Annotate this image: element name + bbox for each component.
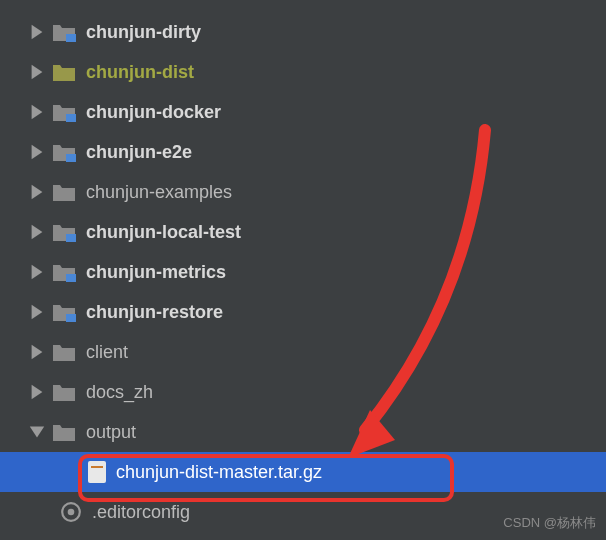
- dist-folder-icon: [52, 62, 76, 82]
- svg-rect-0: [66, 34, 76, 42]
- svg-point-7: [68, 509, 75, 516]
- tree-item-label: chunjun-docker: [86, 102, 221, 123]
- chevron-right-icon: [28, 183, 46, 201]
- tree-item-output[interactable]: output: [0, 412, 606, 452]
- chevron-right-icon: [28, 143, 46, 161]
- folder-icon: [52, 182, 76, 202]
- chevron-right-icon: [28, 63, 46, 81]
- tree-item-label: chunjun-dirty: [86, 22, 201, 43]
- tree-item-label: chunjun-e2e: [86, 142, 192, 163]
- module-folder-icon: [52, 142, 76, 162]
- tree-item-label: chunjun-dist: [86, 62, 194, 83]
- chevron-right-icon: [28, 263, 46, 281]
- watermark: CSDN @杨林伟: [503, 514, 596, 532]
- tree-item-label: chunjun-metrics: [86, 262, 226, 283]
- svg-rect-1: [66, 114, 76, 122]
- chevron-down-icon: [28, 423, 46, 441]
- chevron-right-icon: [28, 383, 46, 401]
- chevron-right-icon: [28, 343, 46, 361]
- file-tree: chunjun-dirty chunjun-dist chunjun-docke…: [0, 0, 606, 532]
- tree-item-chunjun-dist[interactable]: chunjun-dist: [0, 52, 606, 92]
- module-folder-icon: [52, 262, 76, 282]
- tree-item-label: chunjun-dist-master.tar.gz: [116, 462, 322, 483]
- chevron-right-icon: [28, 303, 46, 321]
- svg-rect-3: [66, 234, 76, 242]
- chevron-right-icon: [28, 223, 46, 241]
- archive-file-icon: [88, 461, 106, 483]
- tree-item-label: chunjun-local-test: [86, 222, 241, 243]
- tree-item-label: docs_zh: [86, 382, 153, 403]
- tree-item-label: chunjun-restore: [86, 302, 223, 323]
- tree-item-chunjun-dirty[interactable]: chunjun-dirty: [0, 12, 606, 52]
- tree-item-client[interactable]: client: [0, 332, 606, 372]
- tree-item-selected-file[interactable]: chunjun-dist-master.tar.gz: [0, 452, 606, 492]
- tree-item-label: chunjun-examples: [86, 182, 232, 203]
- tree-item-label: client: [86, 342, 128, 363]
- svg-rect-2: [66, 154, 76, 162]
- tree-item-chunjun-docker[interactable]: chunjun-docker: [0, 92, 606, 132]
- tree-item-label: output: [86, 422, 136, 443]
- chevron-right-icon: [28, 23, 46, 41]
- module-folder-icon: [52, 302, 76, 322]
- chevron-right-icon: [28, 103, 46, 121]
- gear-icon: [60, 501, 82, 523]
- module-folder-icon: [52, 22, 76, 42]
- tree-item-chunjun-e2e[interactable]: chunjun-e2e: [0, 132, 606, 172]
- module-folder-icon: [52, 102, 76, 122]
- tree-item-docs-zh[interactable]: docs_zh: [0, 372, 606, 412]
- folder-icon: [52, 422, 76, 442]
- svg-rect-5: [66, 314, 76, 322]
- svg-rect-4: [66, 274, 76, 282]
- folder-icon: [52, 342, 76, 362]
- module-folder-icon: [52, 222, 76, 242]
- tree-item-chunjun-local-test[interactable]: chunjun-local-test: [0, 212, 606, 252]
- folder-icon: [52, 382, 76, 402]
- tree-item-chunjun-metrics[interactable]: chunjun-metrics: [0, 252, 606, 292]
- tree-item-label: .editorconfig: [92, 502, 190, 523]
- tree-item-chunjun-examples[interactable]: chunjun-examples: [0, 172, 606, 212]
- tree-item-chunjun-restore[interactable]: chunjun-restore: [0, 292, 606, 332]
